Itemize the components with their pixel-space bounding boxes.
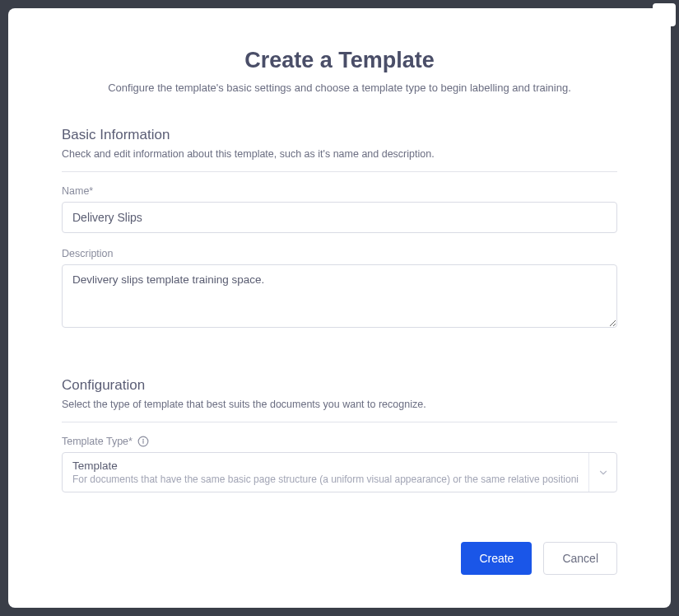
chevron-down-icon — [588, 453, 616, 492]
configuration-desc: Select the type of template that best su… — [62, 399, 617, 410]
modal-footer: Create Cancel — [62, 542, 617, 575]
svg-point-4 — [143, 439, 144, 440]
configuration-title: Configuration — [62, 377, 617, 394]
template-type-select[interactable]: Template For documents that have the sam… — [62, 452, 617, 492]
create-template-modal: Create a Template Configure the template… — [8, 8, 671, 608]
divider — [62, 422, 617, 422]
template-type-desc: For documents that have the same basic p… — [72, 474, 579, 485]
template-type-label-text: Template Type* — [62, 436, 133, 447]
modal-subtitle: Configure the template's basic settings … — [62, 82, 617, 94]
modal-title: Create a Template — [62, 48, 617, 73]
template-type-label: Template Type* — [62, 436, 617, 447]
create-button[interactable]: Create — [461, 542, 532, 575]
description-label: Description — [62, 248, 617, 259]
template-type-select-content: Template For documents that have the sam… — [63, 453, 588, 492]
description-input[interactable]: Devlivery slips template training space. — [62, 264, 617, 328]
name-input[interactable] — [62, 202, 617, 233]
info-icon[interactable] — [137, 436, 149, 447]
cancel-button[interactable]: Cancel — [543, 542, 617, 575]
name-label: Name* — [62, 185, 617, 197]
divider — [62, 171, 617, 172]
basic-info-title: Basic Information — [62, 127, 617, 143]
basic-info-desc: Check and edit information about this te… — [62, 148, 617, 160]
template-type-value: Template — [72, 460, 579, 472]
